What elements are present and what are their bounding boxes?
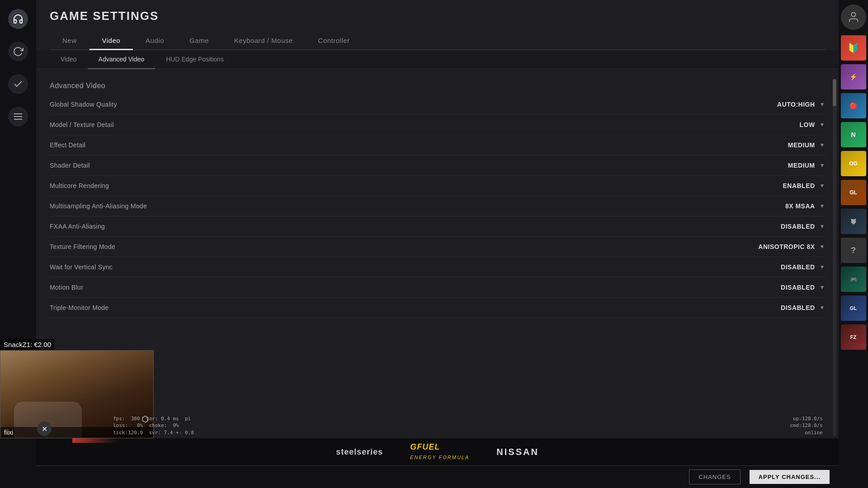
- setting-label-multicore: Multicore Rendering: [50, 182, 109, 189]
- debug-text-left: fps: 380 var: 0.4 ms pi loss: 0% choke: …: [113, 416, 194, 436]
- tab-audio[interactable]: Audio: [133, 32, 177, 50]
- avatar-player-5[interactable]: OG: [841, 151, 866, 176]
- subtab-video[interactable]: Video: [50, 50, 88, 69]
- setting-label-shadow: Global Shadow Quality: [50, 101, 117, 108]
- setting-row-multicore: Multicore Rendering ENABLED ▼: [50, 176, 825, 196]
- setting-row-texture: Model / Texture Detail LOW ▼: [50, 115, 825, 135]
- apply-changes-button[interactable]: APPLY CHANGES...: [750, 470, 830, 484]
- avatar-image-9: 🎮: [841, 267, 866, 292]
- setting-value-texture-text: LOW: [799, 121, 815, 128]
- debug-text-right: up:128.0/s cmd:128.0/s online: [790, 416, 823, 436]
- scrollbar-track[interactable]: [833, 79, 836, 436]
- avatar-player-1[interactable]: 🔰: [841, 35, 866, 61]
- avatar-player-7[interactable]: 🐺: [841, 209, 866, 234]
- donation-text: SnackZ1: €2.00: [4, 341, 51, 348]
- avatar-player-11[interactable]: FZ: [841, 324, 866, 350]
- dropdown-arrow-motion-blur: ▼: [820, 284, 825, 291]
- setting-label-effect: Effect Detail: [50, 141, 85, 149]
- setting-value-texture-filter[interactable]: ANISOTROPIC 8X ▼: [758, 243, 825, 250]
- sponsor-gfuel: GFUELENERGY FORMULA: [410, 442, 469, 461]
- setting-value-shadow-text: AUTO:HIGH: [777, 101, 815, 108]
- setting-row-fxaa: FXAA Anti-Aliasing DISABLED ▼: [50, 216, 825, 237]
- sponsor-steelseries: steelseries: [336, 447, 383, 457]
- setting-value-triple-monitor[interactable]: DISABLED ▼: [781, 304, 825, 311]
- setting-row-effect: Effect Detail MEDIUM ▼: [50, 135, 825, 155]
- setting-value-motion-blur[interactable]: DISABLED ▼: [781, 284, 825, 291]
- sidebar-icon-check[interactable]: [8, 74, 28, 94]
- changes-button[interactable]: CHANGES: [689, 469, 740, 484]
- avatar-player-9[interactable]: 🎮: [841, 267, 866, 292]
- header: GAME SETTINGS New Video Audio Game Keybo…: [36, 0, 839, 50]
- setting-value-motion-blur-text: DISABLED: [781, 284, 815, 291]
- avatar-image-10: GL: [841, 296, 866, 321]
- avatar-image-8: ?: [841, 238, 866, 263]
- dropdown-arrow-multicore: ▼: [820, 183, 825, 189]
- setting-row-vsync: Wait for Vertical Sync DISABLED ▼: [50, 257, 825, 277]
- setting-value-effect[interactable]: MEDIUM ▼: [788, 141, 825, 149]
- dropdown-arrow-vsync: ▼: [820, 264, 825, 270]
- dropdown-arrow-texture-filter: ▼: [820, 244, 825, 250]
- dropdown-arrow-shadow: ▼: [820, 101, 825, 108]
- setting-value-vsync-text: DISABLED: [781, 263, 815, 271]
- user-icon[interactable]: [841, 5, 866, 30]
- avatar-player-10[interactable]: GL: [841, 296, 866, 321]
- setting-value-multicore-text: ENABLED: [783, 182, 815, 189]
- close-button[interactable]: ✕: [37, 422, 52, 436]
- avatar-image-11: FZ: [841, 324, 866, 350]
- page-title: GAME SETTINGS: [50, 9, 825, 23]
- setting-value-texture-filter-text: ANISOTROPIC 8X: [758, 243, 815, 250]
- setting-value-effect-text: MEDIUM: [788, 141, 815, 149]
- setting-value-fxaa-text: DISABLED: [781, 223, 815, 230]
- setting-value-multicore[interactable]: ENABLED ▼: [783, 182, 825, 189]
- tab-keyboard-mouse[interactable]: Keyboard / Mouse: [222, 32, 306, 50]
- subtab-advanced-video[interactable]: Advanced Video: [88, 50, 156, 69]
- setting-value-msaa[interactable]: 8X MSAA ▼: [785, 202, 825, 210]
- setting-row-texture-filter: Texture Filtering Mode ANISOTROPIC 8X ▼: [50, 237, 825, 257]
- setting-label-fxaa: FXAA Anti-Aliasing: [50, 223, 105, 230]
- setting-value-fxaa[interactable]: DISABLED ▼: [781, 223, 825, 230]
- dropdown-arrow-shader: ▼: [820, 162, 825, 169]
- bottom-bar: CHANGES APPLY CHANGES...: [36, 465, 839, 488]
- sponsor-bar: steelseries GFUELENERGY FORMULA NISSAN: [36, 438, 839, 465]
- dropdown-arrow-effect: ▼: [820, 142, 825, 148]
- avatar-image-4: N: [841, 122, 866, 147]
- donation-overlay: SnackZ1: €2.00: [0, 339, 55, 350]
- debug-overlay-right: up:128.0/s cmd:128.0/s online: [790, 415, 823, 436]
- setting-row-triple-monitor: Triple-Monitor Mode DISABLED ▼: [50, 298, 825, 318]
- avatar-player-8[interactable]: ?: [841, 238, 866, 263]
- avatar-player-4[interactable]: N: [841, 122, 866, 147]
- avatar-image-1: 🔰: [841, 35, 866, 61]
- scrollbar-thumb[interactable]: [833, 79, 836, 106]
- subtab-hud-edge[interactable]: HUD Edge Positions: [155, 50, 235, 69]
- sidebar-icon-refresh[interactable]: [8, 42, 28, 61]
- setting-label-texture: Model / Texture Detail: [50, 121, 114, 128]
- dropdown-arrow-fxaa: ▼: [820, 223, 825, 230]
- setting-value-shader[interactable]: MEDIUM ▼: [788, 162, 825, 169]
- avatar-player-6[interactable]: GL: [841, 180, 866, 205]
- avatar-player-3[interactable]: 🔴: [841, 93, 866, 118]
- setting-row-msaa: Multisampling Anti-Aliasing Mode 8X MSAA…: [50, 196, 825, 216]
- avatar-player-2[interactable]: ⚡: [841, 64, 866, 89]
- avatar-image-5: OG: [841, 151, 866, 176]
- dropdown-arrow-texture: ▼: [820, 122, 825, 128]
- tab-video[interactable]: Video: [90, 32, 133, 50]
- setting-label-msaa: Multisampling Anti-Aliasing Mode: [50, 202, 147, 210]
- sub-tabs: Video Advanced Video HUD Edge Positions: [36, 50, 839, 69]
- setting-label-motion-blur: Motion Blur: [50, 284, 83, 291]
- setting-value-texture[interactable]: LOW ▼: [799, 121, 825, 128]
- tab-new[interactable]: New: [50, 32, 90, 50]
- tab-controller[interactable]: Controller: [306, 32, 363, 50]
- setting-value-shader-text: MEDIUM: [788, 162, 815, 169]
- setting-label-vsync: Wait for Vertical Sync: [50, 263, 113, 271]
- setting-row-shadow: Global Shadow Quality AUTO:HIGH ▼: [50, 94, 825, 115]
- sidebar-icon-headset[interactable]: [8, 9, 28, 29]
- tab-game[interactable]: Game: [177, 32, 222, 50]
- setting-value-shadow[interactable]: AUTO:HIGH ▼: [777, 101, 825, 108]
- avatar-image-7: 🐺: [841, 209, 866, 234]
- right-sidebar: 🔰 ⚡ 🔴 N OG GL 🐺 ? 🎮 GL FZ: [839, 0, 868, 488]
- sidebar-icon-menu[interactable]: [8, 107, 28, 127]
- dropdown-arrow-triple-monitor: ▼: [820, 305, 825, 311]
- setting-label-texture-filter: Texture Filtering Mode: [50, 243, 115, 250]
- setting-value-vsync[interactable]: DISABLED ▼: [781, 263, 825, 271]
- sponsor-nissan: NISSAN: [496, 447, 539, 457]
